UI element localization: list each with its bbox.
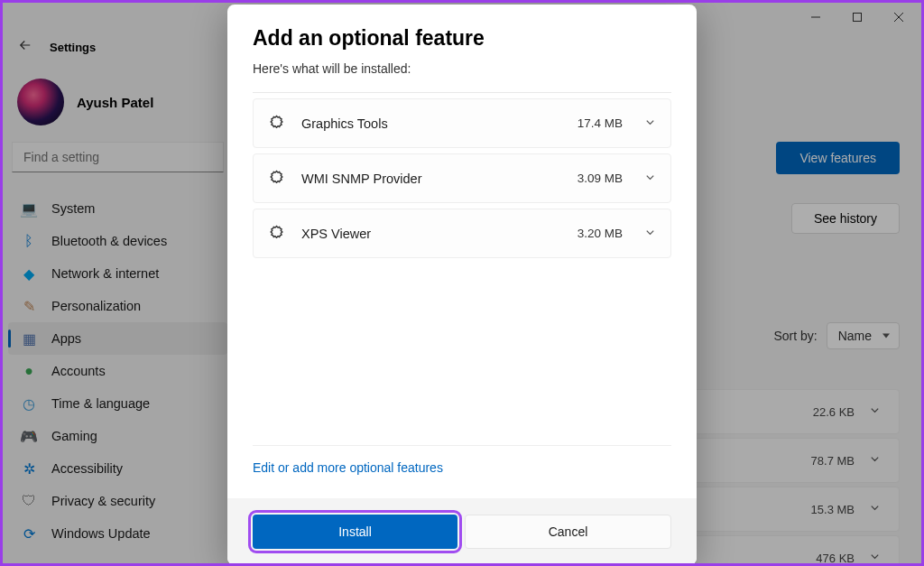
edit-features-link[interactable]: Edit or add more optional features bbox=[253, 445, 671, 491]
feature-name: WMI SNMP Provider bbox=[301, 172, 561, 186]
dialog-subtitle: Here's what will be installed: bbox=[253, 61, 671, 76]
chevron-down-icon bbox=[644, 171, 656, 187]
cancel-button[interactable]: Cancel bbox=[465, 515, 671, 549]
feature-icon bbox=[268, 115, 285, 132]
feature-size: 17.4 MB bbox=[578, 116, 623, 130]
feature-row[interactable]: XPS Viewer 3.20 MB bbox=[253, 209, 671, 258]
feature-row[interactable]: WMI SNMP Provider 3.09 MB bbox=[253, 153, 671, 203]
chevron-down-icon bbox=[644, 116, 656, 132]
chevron-down-icon bbox=[644, 226, 656, 242]
feature-name: Graphics Tools bbox=[301, 116, 561, 131]
feature-icon bbox=[268, 225, 285, 242]
feature-icon bbox=[268, 170, 285, 187]
feature-size: 3.20 MB bbox=[578, 227, 623, 240]
add-feature-dialog: Add an optional feature Here's what will… bbox=[227, 5, 697, 565]
feature-row[interactable]: Graphics Tools 17.4 MB bbox=[253, 98, 671, 148]
feature-name: XPS Viewer bbox=[301, 227, 561, 241]
install-button[interactable]: Install bbox=[253, 515, 457, 549]
modal-overlay: Add an optional feature Here's what will… bbox=[3, 3, 921, 563]
feature-size: 3.09 MB bbox=[578, 172, 623, 185]
dialog-title: Add an optional feature bbox=[253, 26, 671, 51]
